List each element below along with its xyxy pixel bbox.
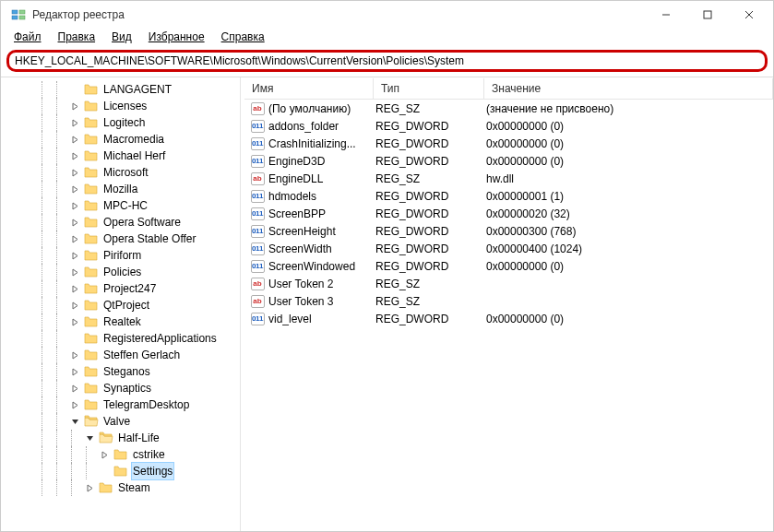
address-input[interactable] (15, 54, 759, 67)
expand-icon[interactable] (71, 136, 84, 144)
value-name: hdmodels (268, 190, 375, 203)
list-body[interactable]: ab(По умолчанию)REG_SZ(значение не присв… (244, 100, 773, 531)
expand-icon[interactable] (71, 169, 84, 177)
tree-item[interactable]: Logitech (3, 114, 240, 131)
folder-icon (84, 349, 99, 361)
column-type[interactable]: Тип (374, 78, 484, 99)
value-row[interactable]: 011EngineD3DREG_DWORD0x00000000 (0) (244, 152, 773, 170)
expand-icon[interactable] (71, 301, 84, 310)
column-value[interactable]: Значение (484, 78, 773, 99)
menu-file[interactable]: Файл (6, 29, 49, 47)
dword-icon: 011 (250, 242, 265, 256)
expand-icon[interactable] (71, 285, 84, 293)
tree-item[interactable]: Synaptics (3, 380, 240, 396)
folder-icon (113, 465, 128, 478)
value-type: REG_DWORD (375, 207, 486, 220)
expand-icon[interactable] (71, 219, 84, 227)
tree-item[interactable]: Licenses (3, 98, 240, 114)
folder-icon (84, 100, 99, 112)
value-row[interactable]: ab(По умолчанию)REG_SZ(значение не присв… (244, 100, 773, 117)
value-row[interactable]: 011ScreenHeightREG_DWORD0x00000300 (768) (244, 222, 773, 240)
value-row[interactable]: abUser Token 2REG_SZ (244, 275, 773, 292)
expand-icon[interactable] (71, 252, 84, 260)
tree-item[interactable]: cstrike (3, 446, 240, 463)
folder-icon (99, 481, 113, 494)
tree-pane[interactable]: LANGAGENTLicensesLogitechMacromediaMicha… (1, 77, 241, 531)
tree-item[interactable]: Steam (3, 479, 240, 496)
collapse-icon[interactable] (86, 434, 99, 443)
value-row[interactable]: 011ScreenWidthREG_DWORD0x00000400 (1024) (244, 240, 773, 257)
tree-item[interactable]: Half-Life (3, 430, 240, 446)
expand-icon[interactable] (71, 235, 84, 243)
menu-help[interactable]: Справка (214, 29, 272, 47)
tree-item[interactable]: MPC-HC (3, 197, 240, 214)
close-button[interactable] (728, 1, 769, 29)
column-name[interactable]: Имя (244, 78, 374, 99)
tree-item[interactable]: Settings (3, 463, 240, 479)
tree-item[interactable]: Microsoft (3, 164, 240, 181)
value-row[interactable]: 011hdmodelsREG_DWORD0x00000001 (1) (244, 187, 773, 205)
tree-item[interactable]: Opera Software (3, 214, 240, 231)
value-type: REG_DWORD (375, 120, 486, 133)
value-type: REG_DWORD (375, 242, 486, 255)
tree-item[interactable]: Steffen Gerlach (3, 347, 240, 363)
folder-icon (84, 249, 99, 262)
expand-icon[interactable] (71, 401, 84, 409)
value-type: REG_DWORD (375, 137, 486, 150)
expand-icon[interactable] (71, 368, 84, 376)
value-row[interactable]: 011ScreenBPPREG_DWORD0x00000020 (32) (244, 205, 773, 222)
tree-item[interactable]: Piriform (3, 247, 240, 264)
value-type: REG_SZ (375, 172, 486, 185)
menu-view[interactable]: Вид (104, 29, 139, 47)
tree-item[interactable]: QtProject (3, 297, 240, 313)
maximize-button[interactable] (686, 1, 728, 29)
folder-icon (84, 199, 99, 212)
expand-icon[interactable] (71, 102, 84, 111)
expand-icon[interactable] (71, 152, 84, 160)
minimize-button[interactable] (645, 1, 686, 29)
expand-icon[interactable] (71, 384, 84, 393)
value-row[interactable]: 011ScreenWindowedREG_DWORD0x00000000 (0) (244, 257, 773, 275)
tree-label: cstrike (131, 446, 167, 463)
expand-icon[interactable] (71, 202, 84, 210)
svg-rect-1 (12, 16, 18, 19)
tree-item[interactable]: LANGAGENT (3, 81, 240, 98)
expand-icon[interactable] (101, 451, 113, 459)
menu-edit[interactable]: Правка (51, 29, 103, 47)
value-row[interactable]: abEngineDLLREG_SZhw.dll (244, 170, 773, 187)
expand-icon[interactable] (71, 351, 84, 360)
collapse-icon[interactable] (71, 418, 84, 426)
tree-item[interactable]: Steganos (3, 363, 240, 380)
tree-label: Settings (131, 462, 174, 480)
value-row[interactable]: 011vid_levelREG_DWORD0x00000000 (0) (244, 310, 773, 327)
folder-icon (84, 299, 99, 312)
expand-icon[interactable] (71, 185, 84, 194)
tree-item[interactable]: Realtek (3, 313, 240, 330)
tree-label: Half-Life (116, 430, 161, 446)
expand-icon[interactable] (86, 484, 99, 492)
titlebar: Редактор реестра (1, 1, 773, 29)
tree-item[interactable]: Valve (3, 413, 240, 430)
tree-item[interactable]: Policies (3, 264, 240, 280)
value-name: ScreenHeight (268, 225, 375, 238)
value-data: 0x00000400 (1024) (486, 242, 773, 255)
value-row[interactable]: 011addons_folderREG_DWORD0x00000000 (0) (244, 117, 773, 135)
string-icon: ab (250, 277, 265, 291)
tree-item[interactable]: Opera Stable Offer (3, 231, 240, 247)
tree-item[interactable]: Mozilla (3, 181, 240, 197)
tree-item[interactable]: Michael Herf (3, 148, 240, 164)
expand-icon[interactable] (71, 119, 84, 127)
menu-favorites[interactable]: Избранное (141, 29, 212, 47)
value-row[interactable]: 011CrashInitializing...REG_DWORD0x000000… (244, 135, 773, 152)
tree-item[interactable]: TelegramDesktop (3, 396, 240, 413)
value-row[interactable]: abUser Token 3REG_SZ (244, 292, 773, 310)
tree-item[interactable]: RegisteredApplications (3, 330, 240, 347)
tree-item[interactable]: Macromedia (3, 131, 240, 148)
value-data: 0x00000000 (0) (486, 155, 773, 168)
tree-label: Licenses (101, 98, 149, 114)
expand-icon[interactable] (71, 318, 84, 326)
expand-icon[interactable] (71, 268, 84, 277)
list-pane: Имя Тип Значение ab(По умолчанию)REG_SZ(… (244, 77, 773, 531)
folder-icon (84, 116, 99, 129)
tree-item[interactable]: Project247 (3, 280, 240, 297)
